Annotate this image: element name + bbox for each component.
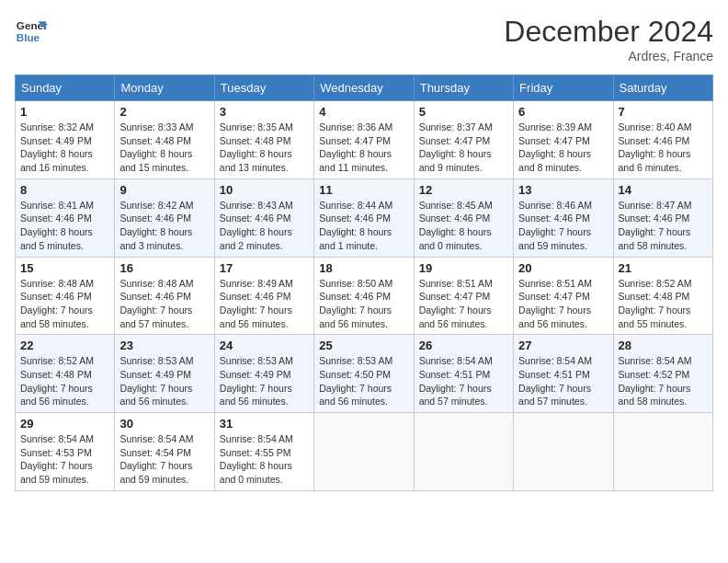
day-info: Sunrise: 8:54 AM Sunset: 4:54 PM Dayligh… <box>119 432 209 487</box>
calendar-cell: 27Sunrise: 8:54 AM Sunset: 4:51 PM Dayli… <box>514 335 613 413</box>
day-number: 12 <box>419 183 508 197</box>
month-title: December 2024 <box>504 15 713 49</box>
day-info: Sunrise: 8:40 AM Sunset: 4:46 PM Dayligh… <box>619 121 708 175</box>
day-info: Sunrise: 8:41 AM Sunset: 4:46 PM Dayligh… <box>20 199 109 253</box>
day-info: Sunrise: 8:48 AM Sunset: 4:46 PM Dayligh… <box>119 277 209 331</box>
day-number: 9 <box>119 183 209 197</box>
calendar-cell: 17Sunrise: 8:49 AM Sunset: 4:46 PM Dayli… <box>214 257 313 335</box>
day-info: Sunrise: 8:54 AM Sunset: 4:51 PM Dayligh… <box>518 354 608 408</box>
calendar-cell: 1Sunrise: 8:32 AM Sunset: 4:49 PM Daylig… <box>16 101 115 179</box>
day-header-monday: Monday <box>115 75 214 101</box>
calendar-cell: 28Sunrise: 8:54 AM Sunset: 4:52 PM Dayli… <box>613 335 712 413</box>
calendar-table: SundayMondayTuesdayWednesdayThursdayFrid… <box>15 75 713 491</box>
day-info: Sunrise: 8:54 AM Sunset: 4:51 PM Dayligh… <box>419 354 508 408</box>
svg-text:Blue: Blue <box>17 31 40 43</box>
day-number: 17 <box>220 261 309 275</box>
calendar-cell <box>414 413 513 491</box>
day-number: 20 <box>518 261 608 275</box>
day-info: Sunrise: 8:43 AM Sunset: 4:46 PM Dayligh… <box>220 199 309 253</box>
calendar-cell: 3Sunrise: 8:35 AM Sunset: 4:48 PM Daylig… <box>214 101 313 179</box>
day-info: Sunrise: 8:48 AM Sunset: 4:46 PM Dayligh… <box>20 277 109 331</box>
days-header-row: SundayMondayTuesdayWednesdayThursdayFrid… <box>16 75 713 101</box>
day-info: Sunrise: 8:42 AM Sunset: 4:46 PM Dayligh… <box>119 199 209 253</box>
title-area: December 2024 Ardres, France <box>504 15 713 63</box>
day-header-friday: Friday <box>514 75 613 101</box>
day-number: 1 <box>20 105 109 119</box>
week-row-1: 1Sunrise: 8:32 AM Sunset: 4:49 PM Daylig… <box>16 101 713 179</box>
calendar-cell: 14Sunrise: 8:47 AM Sunset: 4:46 PM Dayli… <box>613 178 712 257</box>
calendar-cell: 5Sunrise: 8:37 AM Sunset: 4:47 PM Daylig… <box>414 101 513 179</box>
day-number: 22 <box>20 339 109 352</box>
day-info: Sunrise: 8:36 AM Sunset: 4:47 PM Dayligh… <box>319 121 408 175</box>
day-number: 5 <box>419 105 508 119</box>
day-header-tuesday: Tuesday <box>214 75 313 101</box>
day-number: 21 <box>619 261 708 275</box>
calendar-cell: 16Sunrise: 8:48 AM Sunset: 4:46 PM Dayli… <box>115 257 214 335</box>
calendar-cell: 20Sunrise: 8:51 AM Sunset: 4:47 PM Dayli… <box>514 257 613 335</box>
day-number: 15 <box>20 261 109 275</box>
day-header-wednesday: Wednesday <box>314 75 414 101</box>
day-number: 24 <box>220 339 309 352</box>
day-number: 28 <box>619 339 708 352</box>
calendar-cell: 25Sunrise: 8:53 AM Sunset: 4:50 PM Dayli… <box>314 335 414 413</box>
calendar-body: 1Sunrise: 8:32 AM Sunset: 4:49 PM Daylig… <box>16 101 713 491</box>
calendar-cell: 9Sunrise: 8:42 AM Sunset: 4:46 PM Daylig… <box>115 178 214 257</box>
calendar-cell: 18Sunrise: 8:50 AM Sunset: 4:46 PM Dayli… <box>314 257 414 335</box>
day-info: Sunrise: 8:51 AM Sunset: 4:47 PM Dayligh… <box>419 277 508 331</box>
day-number: 4 <box>319 105 408 119</box>
week-row-4: 22Sunrise: 8:52 AM Sunset: 4:48 PM Dayli… <box>16 335 713 413</box>
logo-icon: General Blue <box>15 15 48 48</box>
calendar-cell: 4Sunrise: 8:36 AM Sunset: 4:47 PM Daylig… <box>314 101 414 179</box>
day-number: 29 <box>20 417 109 431</box>
day-number: 30 <box>119 417 209 431</box>
day-info: Sunrise: 8:53 AM Sunset: 4:49 PM Dayligh… <box>220 354 309 408</box>
calendar-cell: 19Sunrise: 8:51 AM Sunset: 4:47 PM Dayli… <box>414 257 513 335</box>
day-info: Sunrise: 8:49 AM Sunset: 4:46 PM Dayligh… <box>220 277 309 331</box>
day-number: 25 <box>319 339 408 352</box>
calendar-cell: 7Sunrise: 8:40 AM Sunset: 4:46 PM Daylig… <box>613 101 712 179</box>
logo: General Blue <box>15 15 51 48</box>
calendar-cell: 29Sunrise: 8:54 AM Sunset: 4:53 PM Dayli… <box>16 413 115 491</box>
day-info: Sunrise: 8:35 AM Sunset: 4:48 PM Dayligh… <box>220 121 309 175</box>
day-info: Sunrise: 8:54 AM Sunset: 4:55 PM Dayligh… <box>220 432 309 487</box>
day-info: Sunrise: 8:47 AM Sunset: 4:46 PM Dayligh… <box>619 199 708 253</box>
day-number: 10 <box>220 183 309 197</box>
day-number: 13 <box>518 183 608 197</box>
calendar-cell: 8Sunrise: 8:41 AM Sunset: 4:46 PM Daylig… <box>16 178 115 257</box>
day-number: 11 <box>319 183 408 197</box>
day-info: Sunrise: 8:51 AM Sunset: 4:47 PM Dayligh… <box>518 277 608 331</box>
calendar-cell: 23Sunrise: 8:53 AM Sunset: 4:49 PM Dayli… <box>115 335 214 413</box>
calendar-cell <box>514 413 613 491</box>
day-number: 27 <box>518 339 608 352</box>
calendar-cell: 13Sunrise: 8:46 AM Sunset: 4:46 PM Dayli… <box>514 178 613 257</box>
calendar-cell: 26Sunrise: 8:54 AM Sunset: 4:51 PM Dayli… <box>414 335 513 413</box>
calendar-cell <box>613 413 712 491</box>
week-row-3: 15Sunrise: 8:48 AM Sunset: 4:46 PM Dayli… <box>16 257 713 335</box>
day-info: Sunrise: 8:33 AM Sunset: 4:48 PM Dayligh… <box>119 121 209 175</box>
calendar-cell: 10Sunrise: 8:43 AM Sunset: 4:46 PM Dayli… <box>214 178 313 257</box>
day-info: Sunrise: 8:32 AM Sunset: 4:49 PM Dayligh… <box>20 121 109 175</box>
day-header-thursday: Thursday <box>414 75 513 101</box>
page-header: General Blue December 2024 Ardres, Franc… <box>15 15 713 63</box>
day-header-sunday: Sunday <box>16 75 115 101</box>
day-number: 31 <box>220 417 309 431</box>
day-info: Sunrise: 8:50 AM Sunset: 4:46 PM Dayligh… <box>319 277 408 331</box>
day-number: 3 <box>220 105 309 119</box>
day-header-saturday: Saturday <box>613 75 712 101</box>
calendar-cell: 11Sunrise: 8:44 AM Sunset: 4:46 PM Dayli… <box>314 178 414 257</box>
day-number: 18 <box>319 261 408 275</box>
calendar-cell: 15Sunrise: 8:48 AM Sunset: 4:46 PM Dayli… <box>16 257 115 335</box>
day-info: Sunrise: 8:52 AM Sunset: 4:48 PM Dayligh… <box>619 277 708 331</box>
day-info: Sunrise: 8:53 AM Sunset: 4:50 PM Dayligh… <box>319 354 408 408</box>
day-number: 2 <box>119 105 209 119</box>
calendar-cell: 24Sunrise: 8:53 AM Sunset: 4:49 PM Dayli… <box>214 335 313 413</box>
calendar-cell: 6Sunrise: 8:39 AM Sunset: 4:47 PM Daylig… <box>514 101 613 179</box>
day-number: 26 <box>419 339 508 352</box>
day-info: Sunrise: 8:53 AM Sunset: 4:49 PM Dayligh… <box>119 354 209 408</box>
day-info: Sunrise: 8:46 AM Sunset: 4:46 PM Dayligh… <box>518 199 608 253</box>
calendar-cell: 31Sunrise: 8:54 AM Sunset: 4:55 PM Dayli… <box>214 413 313 491</box>
day-info: Sunrise: 8:45 AM Sunset: 4:46 PM Dayligh… <box>419 199 508 253</box>
day-number: 23 <box>119 339 209 352</box>
day-info: Sunrise: 8:37 AM Sunset: 4:47 PM Dayligh… <box>419 121 508 175</box>
calendar-cell: 21Sunrise: 8:52 AM Sunset: 4:48 PM Dayli… <box>613 257 712 335</box>
